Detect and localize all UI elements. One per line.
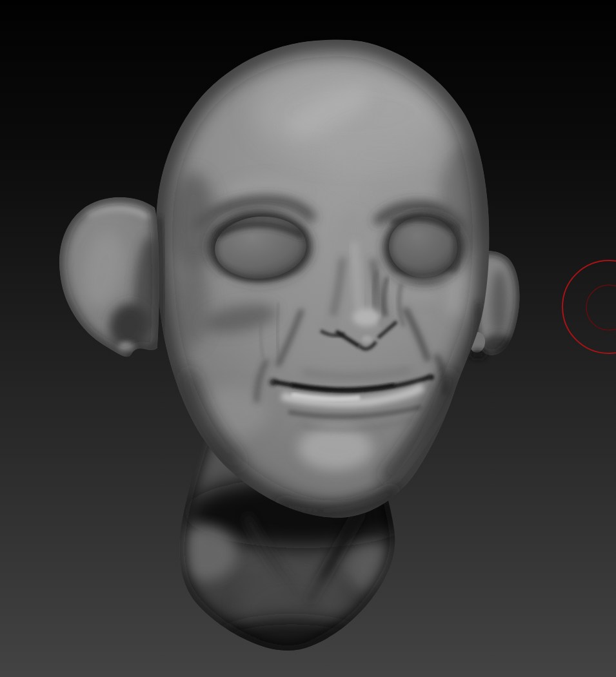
sculpt-canvas[interactable]: [0, 0, 616, 677]
sculpt-viewport[interactable]: [0, 0, 616, 677]
eye-socket-right: [384, 213, 464, 283]
